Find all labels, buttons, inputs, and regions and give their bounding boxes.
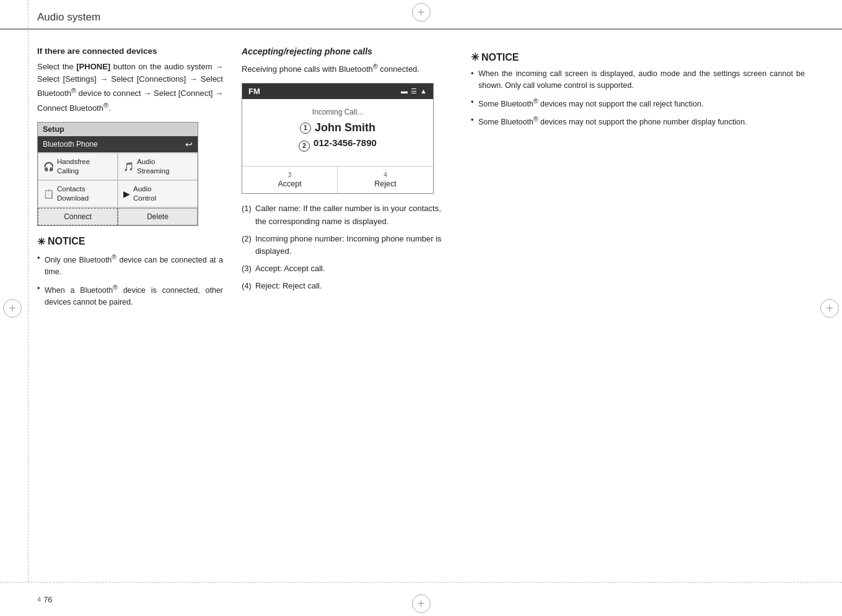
phone-button-label: [PHONE] [76,62,110,71]
caller-name: John Smith [315,121,375,134]
left-notice-list: Only one Bluetooth® device can be connec… [37,253,223,308]
setup-grid: 🎧 HandsfreeCalling 🎵 AudioStreaming 📋 Co… [38,152,198,207]
call-action-buttons: 3 Accept 4 Reject [242,166,433,193]
setup-cell-handsfree[interactable]: 🎧 HandsfreeCalling [38,153,118,180]
setup-submenu-label: Bluetooth Phone [43,140,98,149]
caller-num-1-badge: 1 [300,123,311,134]
setup-box: Setup Bluetooth Phone ↩ 🎧 HandsfreeCalli… [37,122,198,226]
caller-phone: 012-3456-7890 [314,137,377,148]
audio-streaming-label: AudioStreaming [137,157,169,176]
notice-title-text: NOTICE [48,236,85,247]
handsfree-label: HandsfreeCalling [57,157,90,176]
setup-cell-contacts[interactable]: 📋 ContactsDownload [38,180,118,207]
contacts-label: ContactsDownload [57,184,89,203]
call-items-list: (1) Caller name: If the caller number is… [242,202,452,292]
call-screen: FM ▬ ☰ ▲ Incoming Call... 1 John Smith 2… [242,83,434,194]
accept-label: Accept [278,180,301,188]
setup-buttons: Connect Delete [38,207,198,225]
main-content: If there are connected devices Select th… [37,34,805,579]
antenna-icon: ▲ [420,87,427,95]
call-screen-header: FM ▬ ☰ ▲ [242,84,433,99]
connect-button[interactable]: Connect [38,208,118,225]
item-4-num: (4) [242,280,252,292]
incoming-label: Incoming Call... [252,108,423,116]
caller-name-row: 1 John Smith [252,121,423,134]
audio-control-label: AudioControl [133,184,156,203]
page-title: Audio system [37,11,100,23]
item-1-text: Caller name: If the caller number is in … [255,202,452,227]
delete-button[interactable]: Delete [118,208,198,225]
page-number-text: 76 [43,595,52,604]
setup-title: Setup [38,123,198,136]
handsfree-icon: 🎧 [43,161,54,172]
caller-phone-row: 2 012-3456-7890 [252,137,423,154]
item-3-num: (3) [242,262,252,275]
right-notice-box: ✳ NOTICE When the incoming call screen i… [471,51,805,128]
call-item-2: (2) Incoming phone number: Incoming phon… [242,233,452,258]
page-number: 4 76 [37,595,53,604]
left-notice-item-1: Only one Bluetooth® device can be connec… [37,253,223,278]
item-1-num: (1) [242,202,252,227]
call-item-4: (4) Reject: Reject call. [242,280,452,292]
header: Audio system [0,0,842,30]
setup-submenu-row: Bluetooth Phone ↩ [38,136,198,152]
call-screen-body: Incoming Call... 1 John Smith 2 012-3456… [242,99,433,166]
reject-num: 4 [384,171,387,178]
setup-cell-audio-streaming[interactable]: 🎵 AudioStreaming [118,153,198,180]
back-arrow-icon[interactable]: ↩ [185,139,193,149]
accepting-intro: Receiving phone calls with Bluetooth® co… [242,61,452,76]
right-notice-star-icon: ✳ [471,51,479,63]
reject-label: Reject [374,180,396,188]
crosshair-left [3,299,22,318]
footer: 4 76 [0,582,842,616]
audio-streaming-icon: 🎵 [123,161,134,172]
right-notice-list: When the incoming call screen is display… [471,68,805,128]
audio-control-icon: ▶ [123,188,130,199]
signal-icon: ☰ [411,87,417,95]
fm-label: FM [248,87,260,96]
right-column: ✳ NOTICE When the incoming call screen i… [471,34,805,579]
item-2-num: (2) [242,233,252,258]
contacts-icon: 📋 [43,188,54,199]
call-item-1: (1) Caller name: If the caller number is… [242,202,452,227]
crosshair-right [820,299,839,318]
right-notice-title: ✳ NOTICE [471,51,805,63]
left-column: If there are connected devices Select th… [37,34,223,579]
connected-heading: If there are connected devices [37,46,223,56]
left-notice-box: ✳ NOTICE Only one Bluetooth® device can … [37,236,223,308]
left-dashed-bar [28,0,29,582]
setup-cell-audio-control[interactable]: ▶ AudioControl [118,180,198,207]
accepting-heading: Accepting/rejecting phone calls [242,46,452,56]
accept-num: 3 [288,171,292,178]
connected-body: Select the [PHONE] button on the audio s… [37,61,223,115]
right-notice-item-2: Some Bluetooth® devices may not support … [471,97,805,110]
call-item-3: (3) Accept: Accept call. [242,262,452,275]
item-2-text: Incoming phone number: Incoming phone nu… [255,233,452,258]
right-notice-item-3: Some Bluetooth® devices may not support … [471,115,805,128]
chapter-number: 4 [37,596,41,603]
caller-num-2-badge: 2 [299,141,310,152]
notice-star-icon: ✳ [37,236,45,248]
item-4-text: Reject: Reject call. [255,280,322,292]
battery-icon: ▬ [401,87,408,95]
item-3-text: Accept: Accept call. [255,262,325,275]
right-notice-title-text: NOTICE [481,52,519,63]
reject-button[interactable]: 4 Reject [338,167,433,193]
left-notice-item-2: When a Bluetooth® device is connected, o… [37,283,223,308]
call-screen-status-icons: ▬ ☰ ▲ [401,87,427,95]
middle-column: Accepting/rejecting phone calls Receivin… [242,34,452,579]
right-notice-item-1: When the incoming call screen is display… [471,68,805,92]
accept-button[interactable]: 3 Accept [242,167,338,193]
left-notice-title: ✳ NOTICE [37,236,223,248]
